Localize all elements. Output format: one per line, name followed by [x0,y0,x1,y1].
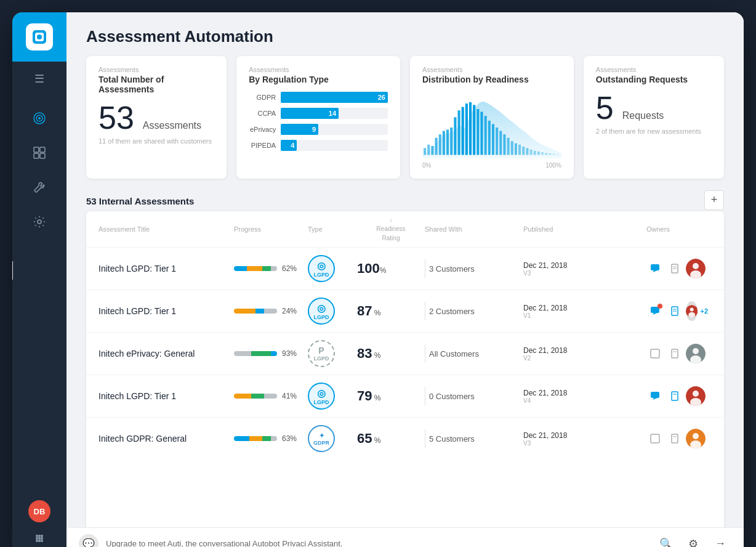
search-button[interactable]: 🔍 [655,533,677,548]
svg-point-18 [38,540,41,542]
stat-total: Assessments Total Number of Assessments … [86,56,227,179]
svg-rect-31 [465,103,468,155]
svg-rect-55 [557,154,559,155]
stat-total-sub: 11 of them are shared with customers [99,137,214,145]
svg-rect-82 [651,434,659,443]
svg-rect-38 [492,124,494,155]
bottom-bar: 💬 Upgrade to meet Auti, the conversation… [66,527,744,547]
radar-icon [33,111,46,125]
svg-rect-44 [515,144,517,155]
page-header: Assessment Automation [66,12,744,56]
shared-cell: 5 Customers [425,429,523,448]
svg-rect-46 [522,147,525,155]
svg-point-69 [688,312,695,318]
file-blue-icon[interactable] [666,302,683,320]
sidebar-item-dashboard[interactable] [12,136,66,170]
table-col-headers: Assessment Title Progress Type ↓ Readine… [86,211,724,248]
svg-rect-70 [651,349,659,358]
file-blue-icon[interactable] [666,387,683,405]
stat-out-title: Outstanding Requests [596,75,712,84]
type-cell: ◎ LGPD [308,298,357,325]
chat-icon[interactable] [646,387,664,405]
user-avatar[interactable]: DB [28,500,50,522]
svg-point-12 [41,535,43,537]
pub-cell: Dec 21, 2018 V3 [523,261,646,277]
col-published: Published [523,216,646,242]
navigate-button[interactable]: → [709,533,731,548]
sidebar-item-tools[interactable] [12,170,66,205]
svg-point-2 [37,34,42,39]
col-owners: Owners [646,216,708,242]
more-menu-button[interactable]: ⋮ [708,389,724,403]
hamburger-icon: ☰ [34,72,44,86]
bar-ccpa: CCPA 14 [249,108,388,119]
stat-outstanding: Assessments Outstanding Requests 5 Reque… [584,56,724,179]
sidebar-item-radar[interactable] [12,101,66,136]
progress-cell: 62% [234,264,308,273]
progress-cell: 41% [234,392,308,400]
chat-notification-icon[interactable] [646,302,664,320]
progress-cell: 93% [234,349,308,358]
chat-icon[interactable] [646,260,664,277]
bottom-actions: 🔍 ⚙ → [655,533,731,548]
readiness-cell: 100% [357,261,425,277]
more-menu-button[interactable]: ⋮ [708,347,724,360]
readiness-cell: 87 % [357,303,425,319]
pub-cell: Dec 21, 2018 V2 [523,346,646,362]
menu-toggle[interactable]: ☰ [12,64,66,94]
file-icon[interactable] [666,430,683,447]
dist-axis-start: 0% [422,162,431,169]
svg-rect-23 [435,138,438,155]
sidebar-bottom: DB [28,500,50,547]
assessment-title: Initech ePrivacy: General [99,349,234,359]
assessment-title: Initech LGPD: Tier 1 [99,306,234,316]
owner-avatar [686,386,706,406]
more-menu-button[interactable]: ⋮ [708,262,724,275]
col-readiness: ↓ Readiness Rating [357,216,425,242]
stat-out-unit: Requests [622,110,664,121]
owner-cell [646,386,708,406]
notification-dot [657,304,662,309]
svg-point-74 [693,348,699,354]
col-shared: Shared With [425,216,523,242]
svg-rect-22 [431,146,433,155]
checkbox-icon[interactable] [646,430,664,447]
stat-out-sub: 2 of them are for new assessments [596,128,712,135]
checkbox-icon[interactable] [646,345,664,362]
stat-total-unit: Assessments [143,120,201,131]
grid-icon[interactable] [28,527,50,547]
file-icon[interactable] [666,345,683,362]
svg-point-13 [36,540,38,542]
pub-cell: Dec 21, 2018 V3 [523,431,646,447]
col-progress: Progress [234,216,308,242]
progress-cell: 24% [234,307,308,315]
assessments-table: Assessment Title Progress Type ↓ Readine… [86,211,724,547]
svg-point-80 [693,391,699,397]
filter-button[interactable]: ⚙ [682,533,704,548]
readiness-cell: 79 % [357,388,425,404]
app-logo[interactable] [12,12,66,62]
file-icon[interactable] [666,260,683,277]
table-row: Initech LGPD: Tier 1 41% [86,375,724,418]
svg-rect-83 [672,434,678,443]
svg-rect-28 [454,117,456,155]
sidebar-item-settings[interactable] [12,205,66,239]
readiness-cell: 83 % [357,346,425,362]
pub-cell: Dec 21, 2018 V1 [523,304,646,319]
svg-rect-27 [450,128,452,155]
more-menu-button[interactable]: ⋮ [708,432,724,445]
svg-point-14 [41,540,43,542]
owner-avatar [686,301,698,321]
table-row: Initech LGPD: Tier 1 62% [86,248,724,290]
svg-point-11 [36,535,38,537]
svg-rect-52 [545,153,547,155]
svg-rect-45 [518,145,521,155]
more-menu-button[interactable]: ⋮ [708,304,724,318]
svg-rect-48 [529,150,532,155]
svg-rect-36 [485,116,487,155]
svg-rect-77 [672,392,678,400]
svg-rect-21 [427,145,430,155]
add-assessment-button[interactable]: + [704,190,724,210]
owner-cell: +2 [646,301,708,321]
svg-point-16 [41,537,43,540]
